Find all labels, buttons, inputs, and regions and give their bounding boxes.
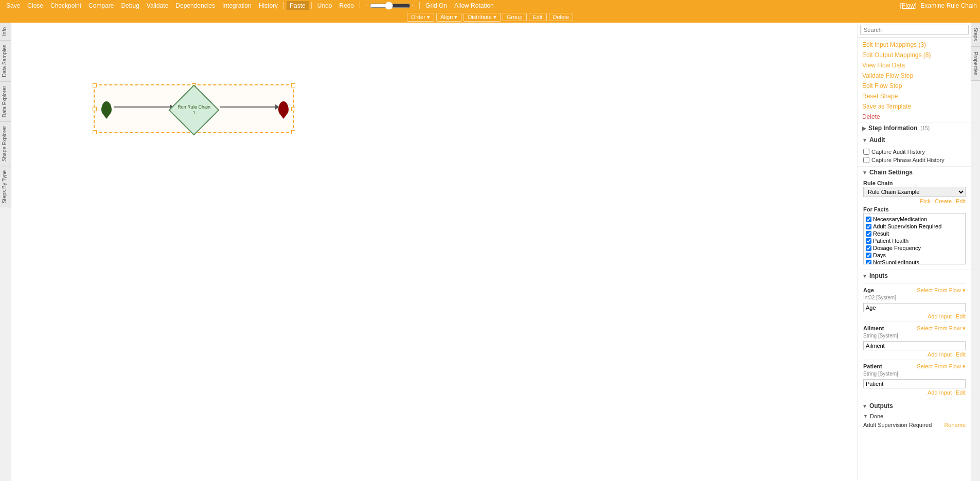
vert-tab-steps[interactable]: Steps xyxy=(971,23,980,47)
sidebar-tab-shape-explorer[interactable]: Shape Explorer xyxy=(0,121,11,166)
main-layout: Info Data Samples Data Explorer Shape Ex… xyxy=(0,23,980,481)
chain-settings-header[interactable]: ▼ Chain Settings xyxy=(858,166,971,178)
grid-on-button[interactable]: Grid On xyxy=(422,1,450,10)
sidebar-tab-data-explorer[interactable]: Data Explorer xyxy=(0,81,11,121)
inputs-header[interactable]: ▼ Inputs xyxy=(858,270,971,281)
align-button[interactable]: Align ▾ xyxy=(436,13,462,22)
flow-link[interactable]: [Flow] xyxy=(900,2,917,9)
diamond-label: Run Rule Chain 1 xyxy=(177,104,211,116)
fact-checkbox-0[interactable] xyxy=(866,217,871,222)
ailment-add-edit-row: Add Input Edit xyxy=(863,351,966,358)
group-button[interactable]: Group xyxy=(503,13,527,21)
toolbar-right: [Flow] Examine Rule Chain xyxy=(900,2,977,9)
view-flow-data-link[interactable]: View Flow Data xyxy=(858,60,971,70)
canvas-area[interactable]: Run Rule Chain 1 xyxy=(11,23,858,481)
handle-tr[interactable] xyxy=(291,83,295,87)
step-info-arrow: ▶ xyxy=(862,126,866,131)
handle-br[interactable] xyxy=(291,130,295,134)
pick-link[interactable]: Pick xyxy=(920,198,931,204)
distribute-button[interactable]: Distribute ▾ xyxy=(464,13,501,22)
save-as-template-link[interactable]: Save as Template xyxy=(858,101,971,112)
audit-arrow: ▼ xyxy=(862,137,867,143)
capture-phrase-checkbox[interactable] xyxy=(863,157,869,163)
create-link[interactable]: Create xyxy=(935,198,952,204)
save-button[interactable]: Save xyxy=(3,1,23,10)
age-add-input-link[interactable]: Add Input xyxy=(928,313,952,319)
sidebar-tab-data-samples[interactable]: Data Samples xyxy=(0,40,11,81)
outputs-label: Outputs xyxy=(869,402,893,409)
handle-tl[interactable] xyxy=(93,83,97,87)
patient-add-input-link[interactable]: Add Input xyxy=(928,389,952,396)
fact-label-5: Days xyxy=(873,252,886,258)
patient-add-edit-row: Add Input Edit xyxy=(863,389,966,396)
done-row: ▼ Done xyxy=(858,412,971,421)
ailment-input-field[interactable]: Ailment xyxy=(863,341,966,350)
outputs-header[interactable]: ▼ Outputs xyxy=(858,400,971,412)
patient-field-label: Patient xyxy=(863,363,882,369)
inputs-body: Age Select From Flow ▾ Int32 [System] Ag… xyxy=(858,281,971,400)
fact-checkbox-6[interactable] xyxy=(866,260,871,265)
fact-checkbox-4[interactable] xyxy=(866,245,871,251)
sidebar-tab-info[interactable]: Info xyxy=(0,23,11,40)
edit-button[interactable]: Edit xyxy=(529,13,547,21)
fact-checkbox-5[interactable] xyxy=(866,253,871,258)
order-button[interactable]: Order ▾ xyxy=(407,13,434,22)
paste-button[interactable]: Paste xyxy=(287,1,309,10)
validate-button[interactable]: Validate xyxy=(144,1,171,10)
allow-rotation-button[interactable]: Allow Rotation xyxy=(451,1,497,10)
flow-arrow-1 xyxy=(114,106,171,108)
fact-checkbox-1[interactable] xyxy=(866,224,871,229)
patient-select-from-flow[interactable]: Select From Flow ▾ xyxy=(917,363,966,370)
reset-shape-link[interactable]: Reset Shape xyxy=(858,91,971,101)
zoom-slider[interactable] xyxy=(369,2,411,10)
patient-input-field[interactable]: Patient xyxy=(863,379,966,388)
zoom-plus-icon[interactable]: + xyxy=(412,3,415,9)
compare-button[interactable]: Compare xyxy=(85,1,117,10)
undo-button[interactable]: Undo xyxy=(314,1,335,10)
zoom-minus-icon[interactable]: − xyxy=(365,3,368,9)
start-node[interactable] xyxy=(99,96,114,121)
right-panel: Edit Input Mappings (3) Edit Output Mapp… xyxy=(858,23,971,481)
redo-button[interactable]: Redo xyxy=(336,1,357,10)
validate-flow-step-link[interactable]: Validate Flow Step xyxy=(858,70,971,81)
edit-flow-step-link[interactable]: Edit Flow Step xyxy=(858,81,971,91)
ailment-edit-link[interactable]: Edit xyxy=(956,351,966,358)
capture-audit-label: Capture Audit History xyxy=(871,149,925,155)
edit-output-mappings-link[interactable]: Edit Output Mappings (8) xyxy=(858,50,971,60)
rule-chain-select[interactable]: Rule Chain Example xyxy=(863,187,966,197)
end-node[interactable] xyxy=(276,96,291,121)
step-information-header[interactable]: ▶ Step Information (15) xyxy=(858,122,971,134)
step-info-label: Step Information xyxy=(868,124,917,132)
debug-button[interactable]: Debug xyxy=(118,1,142,10)
vert-tab-properties[interactable]: Properties xyxy=(971,47,980,81)
capture-audit-checkbox[interactable] xyxy=(863,149,869,155)
ailment-select-from-flow[interactable]: Select From Flow ▾ xyxy=(917,325,966,332)
close-button[interactable]: Close xyxy=(24,1,46,10)
handle-mr[interactable] xyxy=(291,107,295,111)
integration-button[interactable]: Integration xyxy=(219,1,255,10)
delete-link[interactable]: Delete xyxy=(858,112,971,122)
audit-header[interactable]: ▼ Audit xyxy=(858,134,971,146)
end-pin xyxy=(278,101,289,116)
history-button[interactable]: History xyxy=(256,1,281,10)
patient-edit-link[interactable]: Edit xyxy=(956,389,966,396)
fact-checkbox-3[interactable] xyxy=(866,238,871,244)
ailment-add-input-link[interactable]: Add Input xyxy=(928,351,952,358)
search-input[interactable] xyxy=(860,25,969,35)
handle-bl[interactable] xyxy=(93,130,97,134)
dependencies-button[interactable]: Dependencies xyxy=(172,1,218,10)
age-input-field[interactable]: Age xyxy=(863,303,966,312)
age-edit-link[interactable]: Edit xyxy=(956,313,966,319)
capture-audit-row: Capture Audit History xyxy=(863,148,966,156)
checkpoint-button[interactable]: Checkpoint xyxy=(47,1,84,10)
sidebar-tab-steps-by-type[interactable]: Steps By Type xyxy=(0,166,11,207)
edit-chain-link[interactable]: Edit xyxy=(956,198,966,204)
age-select-from-flow[interactable]: Select From Flow ▾ xyxy=(917,287,966,294)
handle-ml[interactable] xyxy=(93,107,97,111)
edit-input-mappings-link[interactable]: Edit Input Mappings (3) xyxy=(858,40,971,50)
age-type-label: Int32 [System] xyxy=(863,295,966,300)
fact-checkbox-2[interactable] xyxy=(866,231,871,237)
rule-chain-node[interactable]: Run Rule Chain 1 xyxy=(168,92,220,128)
delete-button[interactable]: Delete xyxy=(549,13,574,21)
rename-link[interactable]: Rename xyxy=(944,422,966,428)
